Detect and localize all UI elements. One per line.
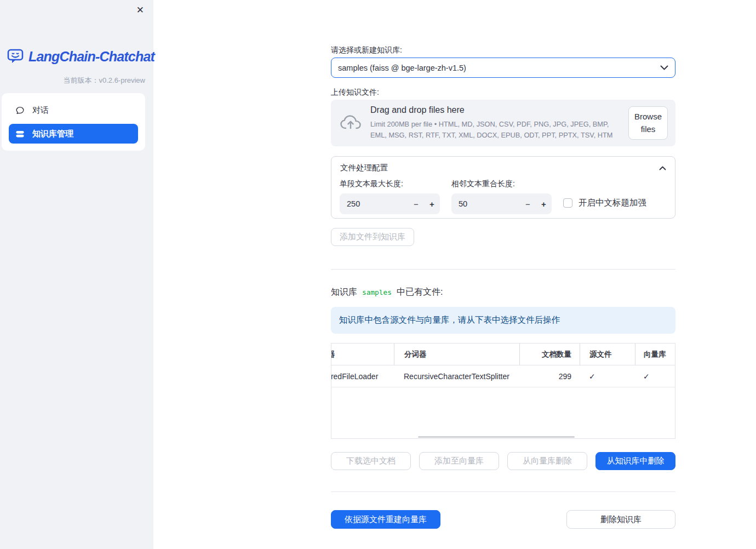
dropzone-title: Drag and drop files here — [370, 105, 620, 115]
plus-stepper-button[interactable]: + — [536, 193, 552, 214]
expander-body: 单段文本最大长度: 250 − + 相邻文本重合长度: 50 − + 开启中 — [340, 179, 667, 214]
sidebar-close-icon[interactable]: ✕ — [134, 3, 146, 17]
file-config-expander: 文件处理配置 单段文本最大长度: 250 − + 相邻文本重合长度: 50 − … — [331, 156, 675, 219]
divider — [331, 269, 675, 270]
plus-stepper-button[interactable]: + — [424, 193, 440, 214]
kb-files-suffix: 中已有文件: — [397, 287, 443, 298]
cell-source-check: ✓ — [580, 365, 635, 387]
table-row[interactable]: UnstructuredFileLoader RecursiveCharacte… — [331, 365, 675, 387]
main-content: 请选择或新建知识库: samples (faiss @ bge-large-zh… — [331, 0, 675, 549]
browse-files-button[interactable]: Browse files — [628, 106, 668, 140]
column-header-loader[interactable]: 文档加载器 — [331, 344, 394, 365]
sidebar-menu: 对话 知识库管理 — [2, 93, 145, 151]
column-header-source[interactable]: 源文件 — [580, 344, 635, 365]
zh-title-checkbox[interactable] — [563, 198, 572, 208]
divider — [331, 491, 675, 492]
table-header-row: 文档加载器 分词器 文档数量 源文件 向量库 — [331, 344, 675, 365]
upload-label: 上传知识文件: — [331, 88, 379, 98]
kb-name-code: samples — [362, 288, 392, 296]
delete-kb-button[interactable]: 删除知识库 — [566, 510, 675, 529]
file-dropzone[interactable]: Drag and drop files here Limit 200MB per… — [331, 100, 675, 146]
overlap-input[interactable]: 50 − + — [451, 193, 552, 214]
overlap-value: 50 — [459, 199, 467, 208]
overlap-label: 相邻文本重合长度: — [451, 179, 552, 189]
horizontal-scrollbar[interactable] — [418, 436, 575, 438]
max-length-label: 单段文本最大长度: — [340, 179, 440, 189]
kb-files-table[interactable]: 文档加载器 分词器 文档数量 源文件 向量库 UnstructuredFileL… — [331, 343, 675, 439]
max-length-input[interactable]: 250 − + — [340, 193, 440, 214]
minus-stepper-button[interactable]: − — [520, 193, 536, 214]
cloud-upload-icon — [340, 114, 362, 132]
max-length-value: 250 — [347, 199, 360, 208]
column-header-splitter[interactable]: 分词器 — [394, 344, 519, 365]
max-length-field-group: 单段文本最大长度: 250 − + — [340, 179, 440, 214]
kb-files-prefix: 知识库 — [331, 287, 357, 298]
cell-splitter: RecursiveCharacterTextSplitter — [394, 365, 519, 387]
info-alert-text: 知识库中包含源文件与向量库，请从下表中选择文件后操作 — [339, 314, 560, 326]
sidebar-item-label: 对话 — [32, 105, 49, 116]
download-selected-button[interactable]: 下载选中文档 — [331, 452, 411, 470]
chevron-down-icon — [660, 65, 668, 70]
kb-files-table-inner: 文档加载器 分词器 文档数量 源文件 向量库 UnstructuredFileL… — [331, 344, 675, 387]
knowledge-base-icon — [15, 129, 25, 139]
file-actions-row: 下载选中文档 添加至向量库 从向量库删除 从知识库中删除 — [331, 452, 675, 470]
minus-stepper-button[interactable]: − — [408, 193, 424, 214]
sidebar-item-knowledge-base[interactable]: 知识库管理 — [9, 124, 138, 144]
cell-docs: 299 — [519, 365, 580, 387]
dropzone-limit-text: Limit 200MB per file • HTML, MD, JSON, C… — [370, 119, 620, 141]
sidebar: ✕ LangChain-Chatchat 当前版本：v0.2.6-preview… — [0, 0, 153, 549]
column-header-docs[interactable]: 文档数量 — [519, 344, 580, 365]
zh-title-checkbox-row[interactable]: 开启中文标题加强 — [563, 197, 667, 209]
kb-files-heading: 知识库 samples 中已有文件: — [331, 287, 443, 298]
chevron-up-icon — [659, 166, 666, 170]
add-files-to-kb-button[interactable]: 添加文件到知识库 — [331, 228, 414, 246]
zh-title-checkbox-label: 开启中文标题加强 — [579, 197, 646, 209]
zh-title-field-group: 开启中文标题加强 — [563, 179, 667, 214]
version-text: 当前版本：v0.2.6-preview — [63, 76, 145, 85]
cell-loader: UnstructuredFileLoader — [331, 365, 394, 387]
rebuild-vector-store-button[interactable]: 依据源文件重建向量库 — [331, 510, 440, 529]
kb-select-value: samples (faiss @ bge-large-zh-v1.5) — [338, 64, 466, 72]
delete-from-vector-store-button[interactable]: 从向量库删除 — [507, 452, 587, 470]
overlap-field-group: 相邻文本重合长度: 50 − + — [451, 179, 552, 214]
cell-vector-check: ✓ — [635, 365, 675, 387]
expander-title: 文件处理配置 — [340, 163, 388, 173]
logo-chat-bubble-icon — [7, 47, 24, 66]
sidebar-item-dialogue[interactable]: 对话 — [9, 100, 138, 120]
chat-bubble-icon — [15, 105, 25, 116]
sidebar-item-label: 知识库管理 — [32, 129, 73, 139]
add-to-vector-store-button[interactable]: 添加至向量库 — [419, 452, 499, 470]
column-header-vector[interactable]: 向量库 — [635, 344, 675, 365]
kb-select-label: 请选择或新建知识库: — [331, 45, 402, 55]
app-title: LangChain-Chatchat — [28, 49, 154, 65]
delete-from-kb-button[interactable]: 从知识库中删除 — [595, 452, 675, 470]
app-logo: LangChain-Chatchat — [7, 47, 154, 66]
expander-header[interactable]: 文件处理配置 — [331, 157, 675, 173]
kb-select[interactable]: samples (faiss @ bge-large-zh-v1.5) — [331, 58, 675, 78]
info-alert: 知识库中包含源文件与向量库，请从下表中选择文件后操作 — [331, 307, 675, 334]
dropzone-text: Drag and drop files here Limit 200MB per… — [370, 105, 620, 141]
